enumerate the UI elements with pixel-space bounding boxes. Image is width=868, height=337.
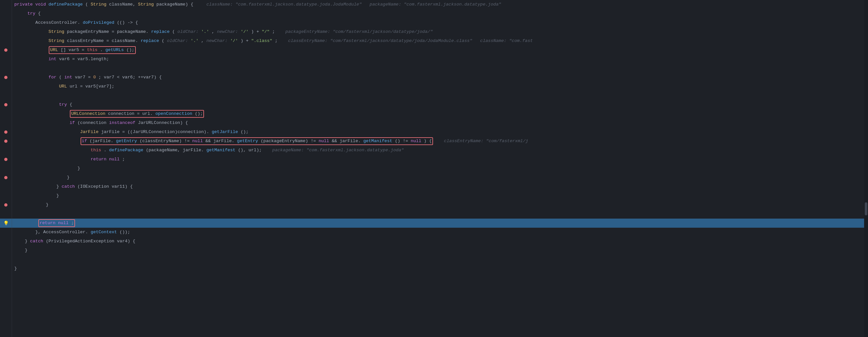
code-line bbox=[0, 91, 868, 100]
gutter bbox=[0, 158, 12, 161]
code-line: JarFile jarFile = ((JarURLConnection)con… bbox=[0, 128, 868, 137]
line-content bbox=[12, 91, 868, 100]
code-line: } catch (IOException var11) { bbox=[0, 182, 868, 191]
debug-arrow-icon: 💡 bbox=[3, 221, 9, 226]
code-line: URL url = var5[var7]; bbox=[0, 82, 868, 91]
line-content: private void definePackage ( String clas… bbox=[12, 0, 868, 9]
code-line: return null ; bbox=[0, 155, 868, 164]
code-line: } bbox=[0, 264, 868, 273]
gutter bbox=[0, 140, 12, 143]
scrollbar-thumb[interactable] bbox=[865, 202, 867, 215]
code-line: for ( int var7 = 0 ; var7 < var6; ++var7… bbox=[0, 73, 868, 82]
code-line: } bbox=[0, 173, 868, 182]
code-line: try { bbox=[0, 100, 868, 109]
code-line bbox=[0, 209, 868, 219]
line-content: return null ; bbox=[12, 219, 868, 228]
breakpoint-indicator bbox=[4, 158, 7, 161]
code-line-highlighted: 💡 return null ; bbox=[0, 219, 868, 228]
code-line: URLConnection connection = url. openConn… bbox=[0, 109, 868, 118]
code-editor: private void definePackage ( String clas… bbox=[0, 0, 868, 337]
gutter bbox=[0, 131, 12, 134]
line-content: URLConnection connection = url. openConn… bbox=[12, 109, 868, 118]
line-content: this . definePackage (packageName, jarFi… bbox=[12, 146, 868, 155]
breakpoint-indicator bbox=[4, 140, 7, 143]
code-line: String packageEntryName = packageName. r… bbox=[0, 27, 868, 36]
line-content: } bbox=[12, 191, 868, 200]
line-content: for ( int var7 = 0 ; var7 < var6; ++var7… bbox=[12, 73, 868, 82]
code-line: } bbox=[0, 191, 868, 200]
line-content bbox=[12, 209, 868, 219]
breakpoint-indicator bbox=[4, 76, 7, 79]
line-content: } bbox=[12, 264, 868, 273]
breakpoint-indicator bbox=[4, 131, 7, 134]
line-content: try { bbox=[12, 100, 868, 109]
line-content: } bbox=[12, 246, 868, 255]
line-content: AccessController. doPrivileged (() -> { bbox=[12, 18, 868, 27]
line-content: if (jarFile. getEntry (classEntryName) !… bbox=[12, 137, 868, 146]
code-line: if (connection instanceof JarURLConnecti… bbox=[0, 118, 868, 128]
line-content: }, AccessController. getContext ()); bbox=[12, 228, 868, 237]
code-line: } bbox=[0, 164, 868, 173]
breakpoint-indicator bbox=[4, 203, 7, 206]
line-content: } bbox=[12, 200, 868, 209]
line-content bbox=[12, 64, 868, 73]
line-content: String classEntryName = className. repla… bbox=[12, 36, 868, 46]
gutter bbox=[0, 49, 12, 52]
gutter bbox=[0, 203, 12, 206]
box-highlight-var5: URL [] var5 = this . getURLs (); bbox=[49, 46, 135, 54]
scrollbar[interactable] bbox=[864, 0, 868, 337]
code-line: } catch (PrivilegedActionException var4)… bbox=[0, 237, 868, 246]
code-line bbox=[0, 255, 868, 264]
line-content bbox=[12, 255, 868, 264]
gutter bbox=[0, 76, 12, 79]
code-line: this . definePackage (packageName, jarFi… bbox=[0, 146, 868, 155]
code-line: URL [] var5 = this . getURLs (); bbox=[0, 46, 868, 55]
gutter bbox=[0, 103, 12, 106]
gutter bbox=[0, 176, 12, 179]
gutter-debug: 💡 bbox=[0, 221, 12, 226]
code-line: if (jarFile. getEntry (classEntryName) !… bbox=[0, 137, 868, 146]
box-highlight-return: return null ; bbox=[38, 219, 75, 227]
line-content: URL [] var5 = this . getURLs (); bbox=[12, 46, 868, 55]
line-content: JarFile jarFile = ((JarURLConnection)con… bbox=[12, 128, 868, 137]
line-content: } bbox=[12, 173, 868, 182]
line-content: return null ; bbox=[12, 155, 868, 164]
code-line bbox=[0, 64, 868, 73]
line-content: try { bbox=[12, 9, 868, 18]
line-content: } catch (IOException var11) { bbox=[12, 182, 868, 191]
gutter-separator bbox=[12, 0, 12, 337]
line-content: } catch (PrivilegedActionException var4)… bbox=[12, 237, 868, 246]
box-highlight-jarfile-if: if (jarFile. getEntry (classEntryName) !… bbox=[81, 137, 433, 145]
line-content: } bbox=[12, 164, 868, 173]
breakpoint-indicator bbox=[4, 49, 7, 52]
code-line: AccessController. doPrivileged (() -> { bbox=[0, 18, 868, 27]
line-content: if (connection instanceof JarURLConnecti… bbox=[12, 118, 868, 128]
line-content: String packageEntryName = packageName. r… bbox=[12, 27, 868, 36]
breakpoint-indicator bbox=[4, 176, 7, 179]
breakpoint-indicator bbox=[4, 103, 7, 106]
line-content: int var6 = var5.length; bbox=[12, 55, 868, 64]
code-line: try { bbox=[0, 9, 868, 18]
code-line: int var6 = var5.length; bbox=[0, 55, 868, 64]
code-line: }, AccessController. getContext ()); bbox=[0, 228, 868, 237]
code-line: String classEntryName = className. repla… bbox=[0, 36, 868, 46]
box-highlight-connection: URLConnection connection = url. openConn… bbox=[70, 110, 204, 118]
code-line: private void definePackage ( String clas… bbox=[0, 0, 868, 9]
code-line: } bbox=[0, 200, 868, 209]
line-content: URL url = var5[var7]; bbox=[12, 82, 868, 91]
code-line: } bbox=[0, 246, 868, 255]
